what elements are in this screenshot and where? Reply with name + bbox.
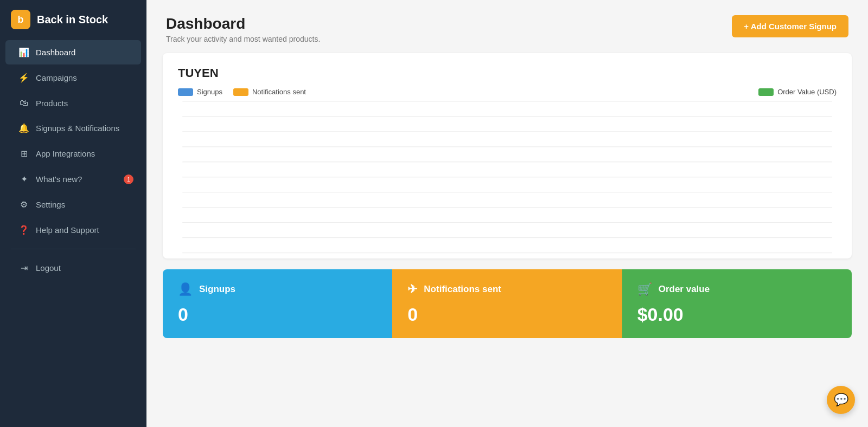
- stat-card-order-value: 🛒 Order value $0.00: [622, 269, 852, 338]
- order-value-color-swatch: [758, 88, 774, 96]
- logo-icon: b: [11, 10, 30, 29]
- sidebar-divider: [11, 249, 136, 249]
- stat-card-notifications: ✈ Notifications sent 0: [392, 269, 622, 338]
- svg-text:2022-10-03: 2022-10-03: [426, 258, 444, 258]
- svg-text:2022-09-22: 2022-09-22: [191, 258, 209, 258]
- sidebar-item-whatsnew[interactable]: ✦ What's new? 1: [5, 167, 141, 191]
- settings-icon: ⚙: [18, 199, 29, 210]
- svg-text:2022-10-09: 2022-10-09: [554, 258, 572, 258]
- whatsnew-badge: 1: [124, 174, 133, 184]
- svg-text:2022-10-13: 2022-10-13: [640, 258, 658, 258]
- stat-card-notifications-header: ✈ Notifications sent: [407, 282, 607, 296]
- main-content: Dashboard Track your activity and most w…: [146, 0, 868, 427]
- svg-text:2022-09-26: 2022-09-26: [277, 258, 295, 258]
- sidebar-logo[interactable]: b Back in Stock: [0, 0, 146, 39]
- svg-text:2022-10-21: 2022-10-21: [810, 258, 828, 258]
- chart-svg: 0 0,1 0,2 0,3 0,4 0,5 0,6 0,7 0,8 0,9 1,…: [178, 101, 837, 258]
- order-card-value: $0.00: [637, 304, 837, 325]
- sidebar-label-whatsnew: What's new?: [36, 174, 82, 184]
- svg-text:2022-10-07: 2022-10-07: [512, 258, 529, 258]
- chart-container: 0 0,1 0,2 0,3 0,4 0,5 0,6 0,7 0,8 0,9 1,…: [178, 101, 837, 258]
- page-subtitle: Track your activity and most wanted prod…: [166, 35, 320, 43]
- sidebar: b Back in Stock 📊 Dashboard ⚡ Campaigns …: [0, 0, 146, 427]
- sidebar-item-signups[interactable]: 🔔 Signups & Notifications: [5, 116, 141, 140]
- help-icon: ❓: [18, 225, 29, 235]
- sidebar-label-products: Products: [36, 99, 68, 108]
- campaigns-icon: ⚡: [18, 73, 29, 83]
- stat-card-order-header: 🛒 Order value: [637, 282, 837, 296]
- sidebar-label-help: Help and Support: [36, 225, 99, 235]
- svg-text:2022-10-02: 2022-10-02: [405, 258, 423, 258]
- svg-text:2022-10-01: 2022-10-01: [384, 258, 401, 258]
- sidebar-item-settings[interactable]: ⚙ Settings: [5, 192, 141, 217]
- notifications-color-swatch: [233, 88, 248, 96]
- svg-text:2022-10-15: 2022-10-15: [682, 258, 700, 258]
- svg-text:2022-10-12: 2022-10-12: [618, 258, 636, 258]
- svg-text:2022-09-30: 2022-09-30: [362, 258, 380, 258]
- svg-text:2022-09-27: 2022-09-27: [298, 258, 316, 258]
- dashboard-chart-card: TUYEN Signups Notifications sent Order V…: [163, 53, 852, 258]
- svg-text:2022-09-24: 2022-09-24: [234, 258, 252, 258]
- notifications-card-value: 0: [407, 304, 607, 325]
- signups-icon: 🔔: [18, 123, 29, 133]
- svg-text:2022-10-11: 2022-10-11: [597, 258, 615, 258]
- sidebar-item-dashboard[interactable]: 📊 Dashboard: [5, 40, 141, 64]
- legend-order-value: Order Value (USD): [758, 88, 837, 96]
- svg-text:2022-10-06: 2022-10-06: [490, 258, 508, 258]
- svg-text:2022-10-08: 2022-10-08: [533, 258, 551, 258]
- sidebar-label-signups: Signups & Notifications: [36, 124, 119, 133]
- sidebar-item-integrations[interactable]: ⊞ App Integrations: [5, 141, 141, 166]
- sidebar-label-campaigns: Campaigns: [36, 73, 77, 82]
- svg-text:2022-09-28: 2022-09-28: [319, 258, 337, 258]
- signups-color-swatch: [178, 88, 193, 96]
- products-icon: 🛍: [18, 98, 29, 108]
- sidebar-item-products[interactable]: 🛍 Products: [5, 91, 141, 115]
- sidebar-label-logout: Logout: [36, 263, 61, 273]
- svg-text:2022-10-04: 2022-10-04: [448, 258, 465, 258]
- chat-support-button[interactable]: 💬: [827, 386, 855, 414]
- sidebar-label-integrations: App Integrations: [36, 149, 95, 158]
- notifications-card-icon: ✈: [407, 282, 417, 296]
- notifications-card-label: Notifications sent: [424, 284, 501, 295]
- stat-card-signups-header: 👤 Signups: [178, 282, 377, 296]
- legend-signups: Signups: [178, 88, 222, 96]
- order-card-icon: 🛒: [637, 282, 652, 296]
- whatsnew-icon: ✦: [18, 174, 29, 184]
- svg-text:2022-10-18: 2022-10-18: [746, 258, 764, 258]
- svg-text:2022-09-23: 2022-09-23: [213, 258, 231, 258]
- svg-text:2022-10-19: 2022-10-19: [768, 258, 786, 258]
- signups-card-value: 0: [178, 304, 377, 325]
- app-name: Back in Stock: [37, 14, 108, 26]
- legend-order-value-label: Order Value (USD): [777, 88, 837, 96]
- svg-text:2022-10-14: 2022-10-14: [661, 258, 679, 258]
- svg-text:2022-10-16: 2022-10-16: [704, 258, 722, 258]
- svg-text:2022-09-25: 2022-09-25: [255, 258, 273, 258]
- svg-text:2022-10-05: 2022-10-05: [469, 258, 487, 258]
- add-customer-signup-button[interactable]: + Add Customer Signup: [732, 15, 848, 37]
- legend-notifications: Notifications sent: [233, 88, 306, 96]
- svg-text:2022-10-17: 2022-10-17: [725, 258, 743, 258]
- sidebar-item-help[interactable]: ❓ Help and Support: [5, 218, 141, 242]
- sidebar-item-logout[interactable]: ⇥ Logout: [5, 256, 141, 280]
- logout-icon: ⇥: [18, 263, 29, 273]
- stat-card-signups: 👤 Signups 0: [163, 269, 392, 338]
- order-card-label: Order value: [659, 284, 710, 295]
- page-title: Dashboard: [166, 15, 320, 33]
- sidebar-label-dashboard: Dashboard: [36, 48, 75, 57]
- svg-text:2022-09-21: 2022-09-21: [178, 258, 188, 258]
- signups-card-label: Signups: [199, 284, 235, 295]
- chart-legend: Signups Notifications sent Order Value (…: [178, 88, 837, 96]
- sidebar-label-settings: Settings: [36, 200, 65, 209]
- svg-text:2022-10-10: 2022-10-10: [576, 258, 593, 258]
- page-header: Dashboard Track your activity and most w…: [146, 0, 868, 53]
- store-name: TUYEN: [178, 66, 837, 80]
- dashboard-icon: 📊: [18, 47, 29, 57]
- integrations-icon: ⊞: [18, 148, 29, 159]
- stat-cards: 👤 Signups 0 ✈ Notifications sent 0 🛒 Ord…: [163, 269, 852, 338]
- svg-text:2022-10-20: 2022-10-20: [789, 258, 807, 258]
- signups-card-icon: 👤: [178, 282, 193, 296]
- legend-signups-label: Signups: [197, 88, 222, 96]
- sidebar-item-campaigns[interactable]: ⚡ Campaigns: [5, 66, 141, 90]
- legend-notifications-label: Notifications sent: [252, 88, 306, 96]
- header-left: Dashboard Track your activity and most w…: [166, 15, 320, 43]
